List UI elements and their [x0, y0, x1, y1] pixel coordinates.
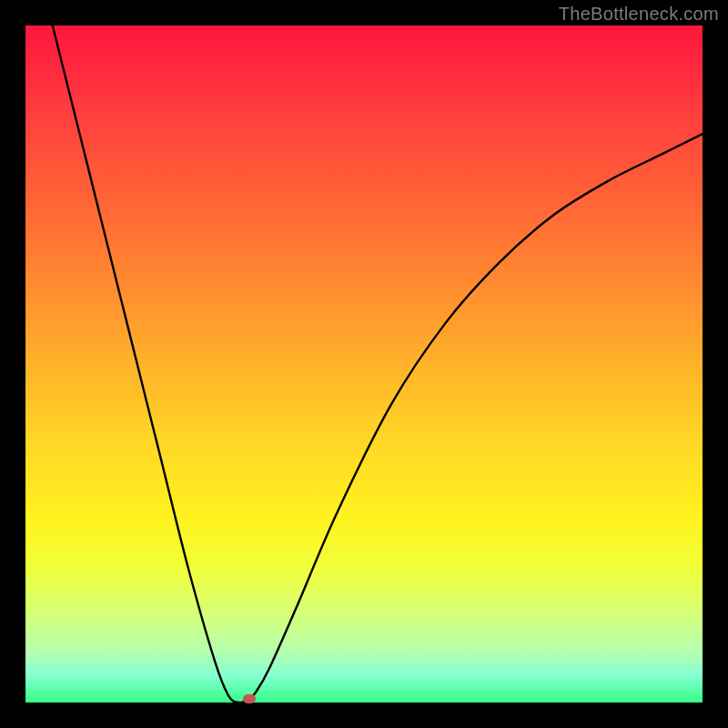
- plot-area: [25, 25, 703, 703]
- attribution-label: TheBottleneck.com: [559, 4, 719, 25]
- optimal-point-marker: [243, 694, 256, 703]
- bottleneck-curve: [25, 25, 703, 703]
- chart-frame: TheBottleneck.com: [0, 0, 728, 728]
